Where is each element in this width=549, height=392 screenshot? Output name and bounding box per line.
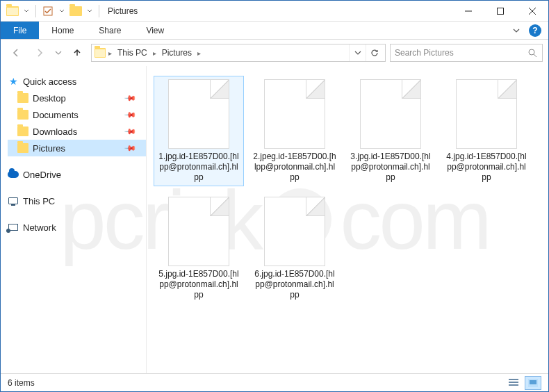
file-tab[interactable]: File <box>1 22 39 39</box>
tab-home[interactable]: Home <box>39 22 86 39</box>
sidebar-item-desktop[interactable]: Desktop📌 <box>8 90 146 106</box>
window-title: Pictures <box>108 6 138 16</box>
search-placeholder: Search Pictures <box>395 48 454 58</box>
file-name: 2.jpeg.id-1E857D00.[hlpp@protonmail.ch].… <box>253 152 336 183</box>
tab-share[interactable]: Share <box>86 22 133 39</box>
content-area: pcriskcom ★ Quick access Desktop📌Documen… <box>1 66 548 373</box>
statusbar: 6 items <box>1 373 548 391</box>
address-dropdown-button[interactable] <box>349 44 366 61</box>
file-icon <box>168 197 229 266</box>
search-icon <box>527 47 538 58</box>
location-folder-icon <box>95 47 106 58</box>
file-item[interactable]: 2.jpeg.id-1E857D00.[hlpp@protonmail.ch].… <box>249 76 340 186</box>
breadcrumb-pictures[interactable]: Pictures <box>159 48 195 58</box>
search-input[interactable]: Search Pictures <box>390 44 543 62</box>
file-icon <box>264 79 325 149</box>
divider <box>35 5 36 17</box>
nav-label: Quick access <box>23 76 76 87</box>
nav-label: This PC <box>23 196 55 206</box>
onedrive-icon <box>8 169 19 180</box>
recent-locations-button[interactable] <box>54 43 63 63</box>
chevron-right-icon[interactable]: ▸ <box>196 49 202 57</box>
nav-quick-access[interactable]: ★ Quick access <box>8 73 146 90</box>
forward-button[interactable] <box>30 43 49 63</box>
details-view-button[interactable] <box>505 376 522 390</box>
breadcrumb-this-pc[interactable]: This PC <box>115 48 150 58</box>
nav-onedrive[interactable]: OneDrive <box>8 166 146 183</box>
file-name: 5.jpg.id-1E857D00.[hlpp@protonmail.ch].h… <box>157 269 240 300</box>
network-icon <box>8 222 19 233</box>
breadcrumb-bar[interactable]: ▸ This PC ▸ Pictures ▸ <box>91 44 386 62</box>
pin-icon: 📌 <box>123 91 136 104</box>
nav-network[interactable]: Network <box>8 219 146 236</box>
close-button[interactable] <box>516 1 548 22</box>
qat-dropdown-1[interactable] <box>22 8 31 14</box>
sidebar-item-label: Desktop <box>33 93 66 104</box>
svg-rect-4 <box>530 380 536 384</box>
file-item[interactable]: 1.jpg.id-1E857D00.[hlpp@protonmail.ch].h… <box>154 76 244 186</box>
up-button[interactable] <box>67 43 87 63</box>
explorer-icon <box>5 3 20 19</box>
navigation-pane: ★ Quick access Desktop📌Documents📌Downloa… <box>1 66 147 373</box>
qat-dropdown-2[interactable] <box>57 8 67 14</box>
pin-icon: 📌 <box>123 141 136 154</box>
file-name: 3.jpg.id-1E857D00.[hlpp@protonmail.ch].h… <box>349 152 432 183</box>
file-icon <box>168 79 229 149</box>
sidebar-item-label: Downloads <box>33 126 77 137</box>
file-list[interactable]: 1.jpg.id-1E857D00.[hlpp@protonmail.ch].h… <box>147 66 548 373</box>
file-item[interactable]: 5.jpg.id-1E857D00.[hlpp@protonmail.ch].h… <box>154 193 244 304</box>
explorer-window: Pictures File Home Share View ? <box>0 0 549 392</box>
file-item[interactable]: 4.jpg.id-1E857D00.[hlpp@protonmail.ch].h… <box>441 76 532 186</box>
nav-label: Network <box>23 222 56 233</box>
sidebar-item-downloads[interactable]: Downloads📌 <box>8 123 146 140</box>
chevron-right-icon[interactable]: ▸ <box>107 49 113 57</box>
pc-icon <box>8 195 19 206</box>
properties-icon[interactable] <box>40 3 56 19</box>
file-name: 6.jpg.id-1E857D00.[hlpp@protonmail.ch].h… <box>253 269 336 300</box>
folder-icon <box>17 109 28 120</box>
refresh-button[interactable] <box>366 44 382 61</box>
help-icon[interactable]: ? <box>529 24 541 37</box>
quick-access-toolbar: Pictures <box>1 3 138 19</box>
large-icons-view-button[interactable] <box>525 376 541 390</box>
chevron-right-icon[interactable]: ▸ <box>151 49 158 57</box>
folder-icon <box>17 92 28 104</box>
qat-customize[interactable] <box>85 8 95 14</box>
status-item-count: 6 items <box>8 378 35 388</box>
sidebar-item-label: Documents <box>33 110 79 120</box>
pin-icon: 📌 <box>123 108 136 121</box>
file-name: 4.jpg.id-1E857D00.[hlpp@protonmail.ch].h… <box>445 152 528 183</box>
file-name: 1.jpg.id-1E857D00.[hlpp@protonmail.ch].h… <box>157 152 240 183</box>
file-icon <box>360 79 421 149</box>
window-controls <box>452 1 548 22</box>
nav-label: OneDrive <box>23 170 61 180</box>
nav-this-pc[interactable]: This PC <box>8 193 146 209</box>
back-button[interactable] <box>6 43 26 63</box>
tab-view[interactable]: View <box>133 22 177 39</box>
new-folder-icon[interactable] <box>68 3 83 19</box>
file-item[interactable]: 3.jpg.id-1E857D00.[hlpp@protonmail.ch].h… <box>345 76 436 186</box>
file-icon <box>456 79 517 149</box>
expand-ribbon-icon[interactable] <box>511 25 522 36</box>
minimize-button[interactable] <box>452 1 484 22</box>
maximize-button[interactable] <box>484 1 516 22</box>
svg-point-2 <box>529 49 534 55</box>
titlebar: Pictures <box>1 1 548 22</box>
pin-icon: 📌 <box>123 124 136 138</box>
svg-rect-1 <box>498 8 504 14</box>
folder-icon <box>17 126 28 137</box>
sidebar-item-documents[interactable]: Documents📌 <box>8 106 146 123</box>
sidebar-item-label: Pictures <box>33 143 65 154</box>
file-item[interactable]: 6.jpg.id-1E857D00.[hlpp@protonmail.ch].h… <box>249 193 340 304</box>
ribbon: File Home Share View ? <box>1 22 548 40</box>
file-icon <box>264 197 325 266</box>
address-row: ▸ This PC ▸ Pictures ▸ Search Pictures <box>1 40 548 66</box>
sidebar-item-pictures[interactable]: Pictures📌 <box>8 140 146 156</box>
star-icon: ★ <box>8 76 19 87</box>
folder-icon <box>17 142 28 154</box>
divider <box>99 5 99 17</box>
